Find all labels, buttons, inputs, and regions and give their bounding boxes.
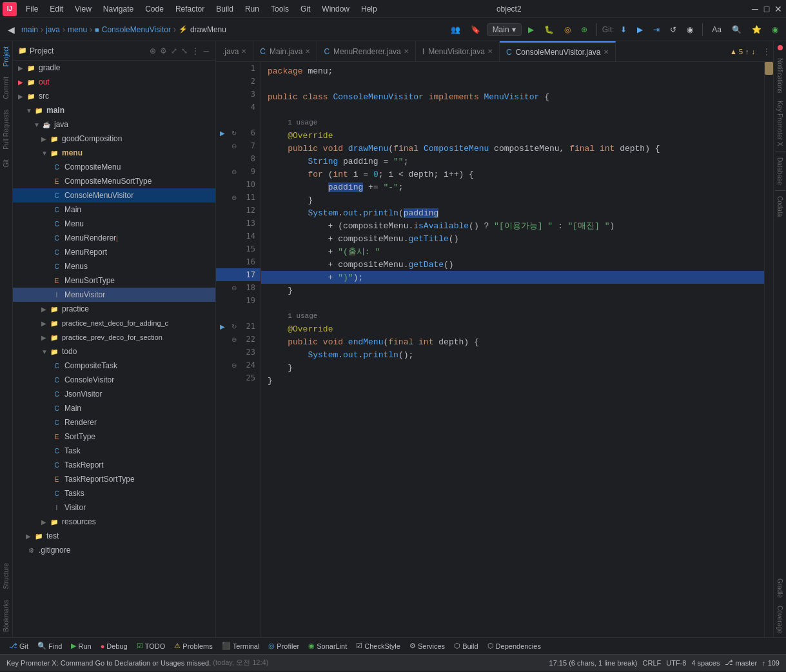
panel-options-icon[interactable]: ⋮ xyxy=(190,45,201,57)
status-position[interactable]: 17:15 (6 chars, 1 line break) xyxy=(549,659,638,667)
editor-scrollbar[interactable] xyxy=(764,62,773,637)
tab-close-java[interactable]: ✕ xyxy=(241,48,246,55)
panel-sync-icon[interactable]: ⊕ xyxy=(148,45,157,57)
tree-item-console-menu-visitor[interactable]: C ConsoleMenuVisitor xyxy=(13,188,215,203)
git-push[interactable]: ⬇ xyxy=(616,24,631,35)
run-button[interactable]: ▶ xyxy=(524,24,538,35)
bottom-profiler[interactable]: ◎ Profiler xyxy=(264,640,303,651)
coverage-button[interactable]: ⊕ xyxy=(577,24,591,35)
tab-git-sidebar[interactable]: Git xyxy=(1,154,11,173)
menu-build[interactable]: Build xyxy=(211,3,239,15)
tree-item-sort-type[interactable]: E SortType xyxy=(13,430,215,444)
bottom-git[interactable]: ⎇ Git xyxy=(5,640,32,651)
tab-main[interactable]: C Main.java ✕ xyxy=(253,41,317,61)
panel-settings-icon[interactable]: ⚙ xyxy=(159,45,168,57)
breadcrumb-class[interactable]: ConsoleMenuVisitor xyxy=(102,25,171,34)
panel-close-icon[interactable]: ─ xyxy=(202,45,210,57)
tree-item-src[interactable]: ▶ 📁 src xyxy=(13,89,215,103)
tab-close-menu-renderer[interactable]: ✕ xyxy=(404,48,409,55)
menu-code[interactable]: Code xyxy=(140,3,169,15)
tree-item-test[interactable]: ▶ 📁 test xyxy=(13,529,215,543)
tab-database[interactable]: Database xyxy=(775,153,785,189)
status-indent[interactable]: 4 spaces xyxy=(691,659,720,667)
tree-item-gradle[interactable]: ▶ 📁 gradle xyxy=(13,61,215,75)
bottom-checkstyle[interactable]: ☑ CheckStyle xyxy=(352,640,404,651)
breadcrumb-main[interactable]: main xyxy=(21,25,38,34)
debug-button[interactable]: 🐛 xyxy=(540,24,558,35)
search-button[interactable]: 🔍 xyxy=(728,24,745,35)
tree-item-composite-menu[interactable]: C CompositeMenu xyxy=(13,160,215,174)
bookmark-button[interactable]: 🔖 xyxy=(467,24,484,35)
panel-expand-icon[interactable]: ⤢ xyxy=(170,45,179,57)
git-pull[interactable]: ▶ xyxy=(633,24,647,35)
bottom-debug[interactable]: ● Debug xyxy=(97,641,132,651)
tab-coverage[interactable]: Coverage xyxy=(775,602,785,637)
menu-run[interactable]: Run xyxy=(240,3,264,15)
bottom-problems[interactable]: ⚠ Problems xyxy=(170,640,216,651)
bottom-todo[interactable]: ☑ TODO xyxy=(133,640,170,651)
menu-help[interactable]: Help xyxy=(356,3,382,15)
status-extra[interactable]: ↑ 109 xyxy=(762,659,780,667)
scroll-down-btn[interactable]: ↓ xyxy=(752,48,756,55)
tree-item-menu-report[interactable]: C MenuReport xyxy=(13,245,215,259)
translate-button[interactable]: Aa xyxy=(708,24,725,35)
tree-item-tasks[interactable]: C Tasks xyxy=(13,486,215,500)
tab-menu-renderer[interactable]: C MenuRenderer.java ✕ xyxy=(317,41,415,61)
menu-navigate[interactable]: Navigate xyxy=(98,3,139,15)
breadcrumb-java[interactable]: java xyxy=(46,25,60,34)
tab-close-menu-visitor[interactable]: ✕ xyxy=(487,48,493,55)
menu-git[interactable]: Git xyxy=(295,3,315,15)
tree-item-resources[interactable]: ▶ 📁 resources xyxy=(13,515,215,529)
tree-item-gitignore[interactable]: ▶ ⚙ .gitignore xyxy=(13,543,215,557)
minimize-button[interactable]: ─ xyxy=(750,4,760,14)
menu-refactor[interactable]: Refactor xyxy=(170,3,210,15)
run-configuration[interactable]: Main ▾ xyxy=(487,23,522,36)
git-rollback[interactable]: ↺ xyxy=(666,24,680,35)
bottom-services[interactable]: ⚙ Services xyxy=(406,640,449,651)
status-charset[interactable]: UTF-8 xyxy=(666,659,686,667)
menu-edit[interactable]: Edit xyxy=(44,3,68,15)
tab-console-menu-visitor[interactable]: C ConsoleMenuVisitor.java ✕ xyxy=(500,41,616,61)
panel-expand2-icon[interactable]: ⤡ xyxy=(180,45,189,57)
tab-close-console[interactable]: ✕ xyxy=(604,48,609,55)
bottom-run[interactable]: ▶ Run xyxy=(67,640,95,651)
tree-item-out[interactable]: ▶ 📁 out xyxy=(13,75,215,89)
tree-item-todo[interactable]: ▼ 📁 todo xyxy=(13,344,215,359)
tree-item-main-class[interactable]: C Main xyxy=(13,203,215,217)
git-more[interactable]: ◉ xyxy=(683,24,697,35)
tree-item-menu-folder[interactable]: ▼ 📁 menu xyxy=(13,146,215,160)
tab-close-main[interactable]: ✕ xyxy=(305,48,310,55)
close-button[interactable]: ✕ xyxy=(773,4,783,14)
tree-item-task-report[interactable]: C TaskReport xyxy=(13,458,215,472)
tree-item-menu-sort-type[interactable]: E MenuSortType xyxy=(13,273,215,288)
tab-java[interactable]: .java ✕ xyxy=(216,41,253,61)
tab-gradle-right[interactable]: Gradle xyxy=(775,575,785,602)
tab-codata[interactable]: Codata xyxy=(775,192,785,221)
menu-tools[interactable]: Tools xyxy=(266,3,294,15)
tab-pull-requests[interactable]: Pull Requests xyxy=(1,104,11,155)
tree-item-renderer[interactable]: C Renderer xyxy=(13,415,215,430)
tree-item-task-report-sort[interactable]: E TaskReportSortType xyxy=(13,472,215,486)
code-editor[interactable]: package menu; public class ConsoleMenuVi… xyxy=(261,62,764,637)
tree-item-task[interactable]: C Task xyxy=(13,444,215,458)
registry-button[interactable]: ⭐ xyxy=(748,24,765,35)
tree-item-practice-next[interactable]: ▶ 📁 practice_next_deco_for_adding_c xyxy=(13,316,215,330)
tab-key-promoter[interactable]: Key Promoter X xyxy=(775,97,785,150)
tab-project[interactable]: Project xyxy=(1,41,11,72)
scroll-up-btn[interactable]: ↑ xyxy=(745,48,749,55)
tab-options-btn[interactable]: ⋮ xyxy=(760,47,773,56)
tree-item-menu-class[interactable]: C Menu xyxy=(13,217,215,231)
tree-item-good-composition[interactable]: ▶ 📁 goodComposition xyxy=(13,132,215,146)
bottom-dependencies[interactable]: ⬡ Dependencies xyxy=(484,640,545,651)
status-line-ending[interactable]: CRLF xyxy=(643,659,662,667)
tab-commit[interactable]: Commit xyxy=(1,72,11,104)
tree-item-practice[interactable]: ▶ 📁 practice xyxy=(13,302,215,316)
git-fetch[interactable]: ⇥ xyxy=(649,24,663,35)
tree-item-menu-renderer[interactable]: C MenuRenderer | xyxy=(13,231,215,245)
tree-item-json-visitor[interactable]: C JsonVisitor xyxy=(13,387,215,401)
menu-file[interactable]: File xyxy=(21,3,43,15)
tree-item-composite-task[interactable]: C CompositeTask xyxy=(13,359,215,373)
tree-item-practice-prev[interactable]: ▶ 📁 practice_prev_deco_for_section xyxy=(13,330,215,344)
tab-notifications[interactable]: Notifications xyxy=(775,54,785,97)
vcs-button[interactable]: 👥 xyxy=(447,24,464,35)
